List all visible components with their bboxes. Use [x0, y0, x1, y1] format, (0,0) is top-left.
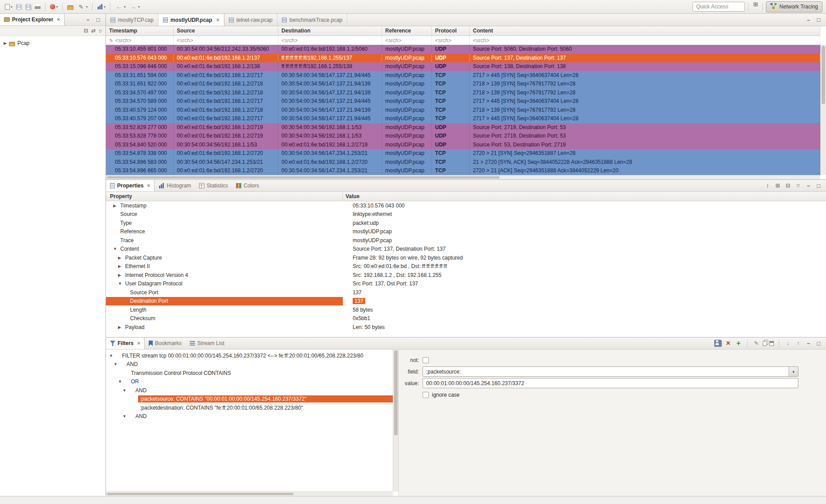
tab-statistics[interactable]: Statistics [195, 180, 232, 191]
packet-row[interactable]: 05:33:54.896 665 00000:e0:ed:01:6e:bd/19… [106, 167, 820, 175]
expand-arrow-icon[interactable]: ▼ [113, 247, 120, 251]
tab-stream-list[interactable]: Stream List [186, 337, 228, 349]
sort-properties-icon[interactable] [764, 182, 771, 189]
filter-tree-row[interactable]: :packetsource: CONTAINS "00:00:01:00:00:… [106, 395, 399, 404]
view-menu-icon[interactable] [99, 28, 102, 34]
filter-tree-vertical-scrollbar[interactable] [393, 350, 399, 492]
expand-arrow-icon[interactable]: ▼ [108, 354, 120, 358]
packet-row[interactable]: 05:33:10.576 043 00000:e0:ed:01:6e:bd/19… [106, 54, 820, 63]
add-filter-icon[interactable] [735, 340, 742, 347]
tab-project-explorer[interactable]: Project Explorer [0, 14, 65, 25]
scrollbar-thumb[interactable] [394, 350, 398, 435]
packet-row[interactable]: 05:33:54.896 583 00000:30:54:00:34:56/14… [106, 158, 820, 167]
paste-filter-icon[interactable] [769, 341, 774, 346]
value-input[interactable] [423, 378, 798, 388]
filter-cell-content[interactable]: <srch> [470, 36, 820, 45]
filter-tree-row[interactable]: ▼AND [106, 412, 399, 421]
save-all-icon[interactable] [24, 1, 33, 12]
property-row-source-port[interactable]: Source Port137 [106, 288, 826, 297]
show-categories-icon[interactable] [774, 182, 781, 189]
tab-histogram[interactable]: Histogram [155, 180, 195, 191]
expand-arrow-icon[interactable]: ▼ [122, 414, 134, 419]
expand-arrow-icon[interactable]: ▶ [4, 41, 7, 45]
scrollbar-thumb[interactable] [107, 493, 293, 495]
filter-tree-row[interactable]: ▼FILTER stream tcp 00:00:01:00:00:00/145… [106, 351, 399, 360]
maximize-icon[interactable] [815, 182, 822, 189]
close-icon[interactable] [57, 16, 60, 23]
packet-row[interactable]: 05:33:34.570 497 00000:e0:ed:01:6e:bd/19… [106, 89, 820, 98]
expand-arrow-icon[interactable]: ▶ [118, 273, 125, 277]
column-header-source[interactable]: Source [174, 26, 278, 36]
minimize-icon[interactable] [805, 16, 812, 24]
maximize-icon[interactable] [815, 16, 822, 24]
property-row-type[interactable]: Typepacket:udp [106, 219, 826, 228]
close-icon[interactable] [137, 340, 140, 346]
annotate-icon[interactable]: ▾ [76, 1, 89, 12]
property-row-ethernet-ii[interactable]: ▶Ethernet IISrc: 00:e0:ed:01:6e:bd , Dst… [106, 262, 826, 271]
expand-arrow-icon[interactable]: ▶ [113, 203, 120, 208]
open-trace-icon[interactable] [66, 1, 75, 12]
property-row-internet-protocol-version-4[interactable]: ▶Internet Protocol Version 4Src: 192.168… [106, 271, 826, 280]
filter-cell-destination[interactable]: <srch> [278, 36, 382, 45]
tab-filters[interactable]: Filters [106, 337, 145, 349]
filter-tree-row[interactable]: Transmission Control Protocol CONTAINS [106, 369, 399, 378]
filter-cell-reference[interactable]: <srch> [382, 36, 432, 45]
packet-row[interactable]: 05:33:53.828 778 00000:e0:ed:01:6e:bd/19… [106, 132, 820, 141]
open-perspective-icon[interactable] [752, 1, 759, 12]
save-filter-icon[interactable] [714, 340, 722, 347]
filter-cell-protocol[interactable]: <srch> [432, 36, 470, 45]
run-icon[interactable]: ▾ [49, 1, 59, 12]
back-icon[interactable]: ▾ [114, 1, 127, 12]
property-row-source[interactable]: Sourcelinktype:ethernet [106, 210, 826, 219]
expand-arrow-icon[interactable]: ▼ [113, 362, 125, 366]
collapse-all-icon[interactable] [84, 28, 88, 34]
filter-tree-row[interactable]: :packetdestination: CONTAINS "fe:ff:20:0… [106, 403, 399, 412]
copy-filter-icon[interactable] [763, 341, 767, 346]
maximize-icon[interactable] [94, 16, 102, 23]
packet-row[interactable]: 05:33:54.840 520 00000:30:54:00:34:56/19… [106, 141, 820, 150]
property-row-reference[interactable]: ReferencemostlyUDP.pcap [106, 228, 826, 236]
expand-arrow-icon[interactable]: ▶ [118, 256, 125, 260]
print-icon[interactable] [33, 1, 42, 12]
save-icon[interactable] [15, 1, 23, 12]
packet-row[interactable]: 05:33:15.096 646 00000:e0:ed:01:6e:bd/19… [106, 62, 820, 71]
packet-table-horizontal-scrollbar[interactable] [106, 175, 820, 179]
minimize-icon[interactable] [84, 16, 92, 23]
tree-item-pcap[interactable]: ▶ Pcap [0, 39, 106, 48]
property-row-checksum[interactable]: Checksum0x5bb1 [106, 314, 826, 323]
close-icon[interactable] [216, 17, 220, 23]
filter-cell-timestamp[interactable]: <srch> [106, 36, 174, 45]
packet-row[interactable]: 05:33:54.878 338 00000:e0:ed:01:6e:bd/19… [106, 149, 820, 158]
link-with-editor-icon[interactable] [91, 28, 96, 34]
network-tracing-perspective-button[interactable]: Network Tracing [766, 1, 822, 12]
property-row-length[interactable]: Length58 bytes [106, 305, 826, 314]
property-row-packet-capture[interactable]: ▶Packet CaptureFrame 28: 92 bytes on wir… [106, 253, 826, 262]
property-row-user-datagram-protocol[interactable]: ▼User Datagram ProtocolSrc Port: 137, Ds… [106, 280, 826, 289]
tab-properties[interactable]: Properties [106, 180, 155, 191]
column-header-timestamp[interactable]: Timestamp [106, 26, 174, 36]
property-row-timestamp[interactable]: ▶Timestamp05:33:10.576 043 000 [106, 201, 826, 210]
packet-row[interactable]: 05:33:31.651 922 00000:e0:ed:01:6e:bd/19… [106, 80, 820, 89]
filter-tree-row[interactable]: ▼AND [106, 386, 399, 395]
forward-icon[interactable]: ▾ [128, 1, 141, 12]
maximize-icon[interactable] [815, 340, 822, 347]
column-header-protocol[interactable]: Protocol [432, 26, 470, 36]
column-header-destination[interactable]: Destination [278, 26, 382, 36]
property-row-payload[interactable]: ▶PayloadLen: 50 bytes [106, 323, 826, 332]
editor-tab-benchmarktrace-pcap[interactable]: benchmarkTrace.pcap [277, 14, 347, 26]
editor-tab-telnet-raw-pcap[interactable]: telnet-raw.pcap [224, 14, 277, 26]
expand-arrow-icon[interactable]: ▶ [118, 264, 125, 268]
filter-tree-row[interactable]: ▼AND [106, 360, 399, 369]
new-wizard-icon[interactable]: ▾ [4, 1, 14, 12]
editor-tab-mostlytcp-cap[interactable]: mostlyTCP.cap [106, 14, 159, 26]
filter-tree-row[interactable]: ▼OR [106, 378, 399, 386]
packet-row[interactable]: 05:33:40.579 124 00000:e0:ed:01:6e:bd/19… [106, 106, 820, 115]
packet-row[interactable]: 05:33:31.651 594 00000:e0:ed:01:6e:bd/19… [106, 71, 820, 80]
packet-table-vertical-scrollbar[interactable] [820, 45, 826, 175]
tab-bookmarks[interactable]: Bookmarks [145, 337, 186, 349]
scrollbar-thumb[interactable] [107, 176, 500, 179]
editor-tab-mostlyudp-pcap[interactable]: mostlyUDP.pcap [159, 14, 224, 26]
quick-access-input[interactable] [692, 2, 745, 12]
delete-filter-icon[interactable] [724, 340, 732, 347]
packet-row[interactable]: 05:33:34.570 589 00000:e0:ed:01:6e:bd/19… [106, 97, 820, 106]
